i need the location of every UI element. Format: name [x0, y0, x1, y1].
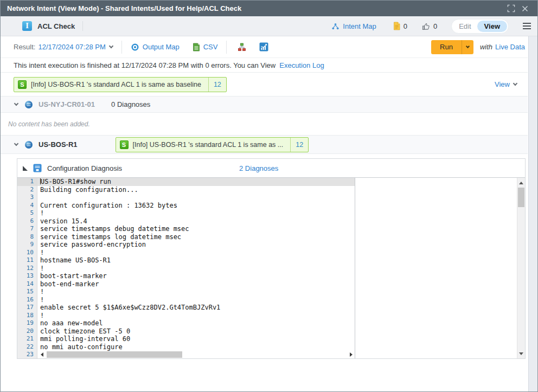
diagnoses-link[interactable]: 2 Diagnoses	[239, 164, 278, 172]
edit-tab[interactable]: Edit	[453, 21, 477, 32]
badge-count: 12	[208, 78, 226, 92]
line-number: 23	[17, 351, 37, 358]
diagnosis-panel-header[interactable]: Configuration Diagnosis 2 Diagnoses	[17, 159, 525, 177]
titlebar: Network Intent (View Mode) - Shared Inte…	[1, 1, 537, 16]
dialog-scrollbar[interactable]	[528, 36, 537, 391]
like-count: 0	[433, 22, 437, 30]
s-chip-icon: S	[120, 140, 129, 149]
menu-button[interactable]	[521, 21, 533, 31]
intent-name: ACL Check	[37, 22, 75, 30]
output-map-button[interactable]: Output Map	[131, 43, 180, 52]
eye-icon	[131, 43, 139, 52]
code-line: !	[37, 209, 355, 217]
code-text[interactable]: US-BOS-R1#show runBuilding configuration…	[37, 178, 355, 358]
hamburger-icon	[523, 23, 531, 24]
header-divider	[82, 21, 83, 31]
diagnosis-summary-badge[interactable]: S [Info] US-BOS-R1 's standard ACL 1 is …	[14, 77, 227, 92]
dashboard-button[interactable]	[257, 41, 270, 54]
toolbar-divider	[121, 41, 122, 54]
map-tree-icon	[238, 43, 246, 52]
scroll-right-button[interactable]	[347, 351, 355, 358]
scroll-up-button[interactable]	[517, 179, 525, 187]
chevron-down-icon	[109, 44, 113, 48]
fullscreen-button[interactable]	[504, 2, 518, 16]
code-line: enable secret 5 $1$A6xe$wCzz8DV2.Gt4TomB…	[37, 304, 355, 312]
device-row-us-nyj-cr01-01[interactable]: US-NYJ-CR01-01 0 Diagnoses	[1, 96, 528, 113]
triangle-left-icon	[41, 352, 43, 357]
line-number: 8	[17, 233, 37, 241]
chevron-down-icon	[466, 44, 470, 48]
live-data-link[interactable]: Live Data	[495, 43, 525, 51]
code-line: mmi polling-interval 60	[37, 335, 355, 343]
vscroll-thumb[interactable]	[518, 188, 524, 207]
note-count: 0	[404, 22, 407, 30]
device-diagnosis-badge[interactable]: S [Info] US-BOS-R1 's standard ACL 1 is …	[116, 137, 309, 152]
code-line: US-BOS-R1#show run	[37, 178, 355, 186]
code-line: no aaa new-model	[37, 319, 355, 327]
csv-icon	[193, 43, 200, 52]
status-message: This intent execution is finished at 12/…	[14, 61, 276, 69]
device-empty-section: No content has been added.	[1, 113, 528, 135]
hscroll-track[interactable]	[46, 351, 347, 358]
code-line: no mmi auto-configure	[37, 343, 355, 351]
result-value: 12/17/2024 07:28 PM	[38, 43, 105, 51]
line-number: 9	[17, 241, 37, 249]
line-number: 18	[17, 312, 37, 320]
note-count-button[interactable]: 0	[393, 22, 407, 30]
close-button[interactable]	[518, 2, 532, 16]
scroll-left-button[interactable]	[38, 351, 46, 358]
summary-row: S [Info] US-BOS-R1 's standard ACL 1 is …	[1, 73, 528, 96]
code-pane[interactable]: 1234567891011121314151617181920212223 US…	[17, 178, 355, 358]
device-row-us-bos-r1[interactable]: US-BOS-R1 S [Info] US-BOS-R1 's standard…	[1, 135, 528, 154]
triangle-down-icon	[519, 352, 523, 355]
like-button[interactable]: 0	[421, 22, 437, 31]
map-tree-button[interactable]	[235, 41, 248, 54]
with-label: with	[480, 43, 492, 51]
scroll-down-button[interactable]	[517, 350, 525, 357]
expand-triangle-icon	[23, 166, 28, 171]
run-button[interactable]: Run	[431, 40, 462, 54]
code-line: boot-end-marker	[37, 280, 355, 288]
badge-count: 12	[290, 138, 308, 152]
line-number: 6	[17, 217, 37, 226]
triangle-right-icon	[350, 352, 353, 357]
csv-button[interactable]: CSV	[193, 43, 218, 52]
code-line: Current configuration : 13632 bytes	[37, 202, 355, 210]
view-tab[interactable]: View	[477, 21, 507, 32]
chevron-down-icon	[513, 81, 517, 86]
vertical-scrollbar[interactable]	[517, 178, 525, 358]
execution-log-link[interactable]: Execution Log	[279, 61, 324, 69]
edit-view-toggle: Edit View	[451, 19, 509, 34]
line-number: 11	[17, 256, 37, 265]
device-diagnoses: 0 Diagnoses	[111, 100, 150, 108]
triangle-up-icon	[519, 182, 523, 184]
dashboard-icon	[259, 42, 268, 52]
view-dropdown[interactable]: View	[495, 80, 517, 88]
intent-header: I ACL Check Intent Map 0 0	[1, 16, 537, 36]
intent-map-label: Intent Map	[343, 22, 376, 30]
line-number: 16	[17, 296, 37, 304]
line-number: 17	[17, 304, 37, 312]
intent-icon: I	[22, 21, 32, 31]
line-number: 5	[17, 209, 37, 217]
hscroll-thumb[interactable]	[47, 351, 182, 358]
line-number: 2	[17, 186, 37, 194]
code-line: !	[37, 312, 355, 320]
collapse-chevron-icon	[14, 142, 18, 146]
code-line: hostname US-BOS-R1	[37, 256, 355, 265]
no-content-text: No content has been added.	[8, 120, 90, 128]
line-number: 10	[17, 249, 37, 257]
line-number: 20	[17, 327, 37, 336]
content-area: Result: 12/17/2024 07:28 PM Output Map C…	[1, 36, 537, 391]
horizontal-scrollbar[interactable]	[38, 351, 355, 358]
run-dropdown-button[interactable]	[462, 40, 473, 54]
intent-map-icon	[331, 22, 340, 30]
result-selector[interactable]: Result: 12/17/2024 07:28 PM	[14, 43, 113, 51]
code-line: service password-encryption	[37, 241, 355, 249]
diagnosis-result-pane[interactable]	[355, 178, 525, 358]
view-dropdown-label: View	[495, 80, 510, 88]
note-icon	[393, 22, 401, 30]
intent-map-button[interactable]: Intent Map	[331, 22, 376, 30]
code-line: Building configuration...	[37, 186, 355, 194]
code-line: !	[37, 249, 355, 257]
